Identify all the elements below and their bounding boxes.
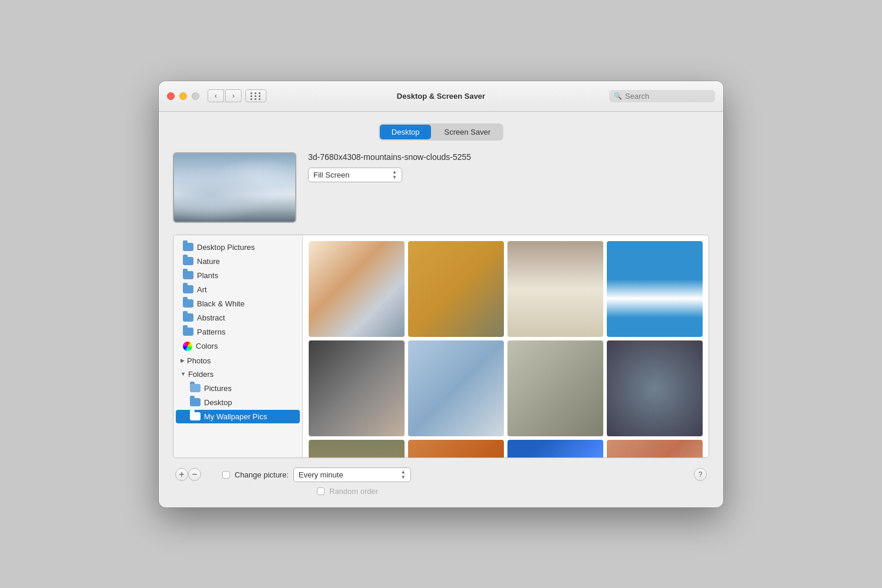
folder-icon — [183, 243, 193, 251]
fill-screen-select[interactable]: Fill Screen ▲ ▼ — [308, 168, 402, 182]
sidebar-item-colors[interactable]: Colors — [176, 339, 300, 353]
main-panel: Desktop Pictures Nature Plants Art Black… — [173, 235, 709, 458]
back-button[interactable]: ‹ — [208, 89, 224, 102]
folder-icon — [183, 313, 193, 322]
sidebar-item-my-wallpaper-pics[interactable]: My Wallpaper Pics — [176, 410, 300, 423]
wallpaper-preview — [173, 152, 296, 223]
fill-screen-value: Fill Screen — [313, 171, 349, 179]
photo-item-6[interactable] — [408, 340, 504, 436]
fill-screen-arrows: ▲ ▼ — [392, 170, 397, 180]
change-interval-value: Every minute — [299, 470, 343, 479]
photo-item-4[interactable] — [607, 241, 703, 337]
traffic-lights — [167, 92, 199, 100]
wallpaper-name: 3d-7680x4308-mountains-snow-clouds-5255 — [308, 152, 709, 162]
sidebar-label-pictures: Pictures — [204, 384, 232, 393]
forward-button[interactable]: › — [225, 89, 242, 102]
change-picture-row: Change picture: Every minute ▲ ▼ — [222, 467, 411, 482]
interval-arrow-down: ▼ — [401, 475, 406, 480]
photo-item-7[interactable] — [507, 340, 603, 436]
sidebar-item-desktop-folder[interactable]: Desktop — [176, 396, 300, 409]
interval-arrows: ▲ ▼ — [401, 470, 406, 480]
photo-item-10[interactable] — [408, 440, 504, 457]
sidebar-label-my-wallpaper-pics: My Wallpaper Pics — [204, 412, 267, 421]
window-title: Desktop & Screen Saver — [397, 92, 485, 101]
photos-label: Photos — [187, 356, 211, 365]
sidebar-item-black-white[interactable]: Black & White — [176, 297, 300, 310]
sidebar-label-plants: Plants — [197, 271, 218, 280]
search-bar[interactable]: 🔍 — [609, 90, 715, 102]
photo-item-8[interactable] — [607, 340, 703, 436]
sidebar-item-plants[interactable]: Plants — [176, 269, 300, 282]
nav-buttons: ‹ › — [208, 89, 242, 102]
random-order-label: Random order — [329, 487, 378, 496]
photo-item-12[interactable] — [607, 440, 703, 457]
arrow-down: ▼ — [392, 175, 397, 180]
main-window: ‹ › Desktop & Screen Saver 🔍 Desktop Scr… — [159, 81, 723, 507]
change-picture-checkbox[interactable] — [222, 471, 230, 479]
folder-icon — [183, 299, 193, 308]
interval-arrow-up: ▲ — [401, 470, 406, 475]
add-remove-group: + − — [175, 468, 201, 481]
preview-info: 3d-7680x4308-mountains-snow-clouds-5255 … — [308, 152, 709, 182]
sidebar-label-patterns: Patterns — [197, 328, 225, 336]
arrow-up: ▲ — [392, 170, 397, 175]
folder-icon — [190, 398, 201, 406]
sidebar-item-patterns[interactable]: Patterns — [176, 325, 300, 339]
tab-desktop[interactable]: Desktop — [380, 125, 432, 139]
photo-item-1[interactable] — [309, 241, 405, 337]
folders-section[interactable]: ▼ Folders — [173, 368, 302, 381]
bottom-bar: + − Change picture: Every minute ▲ ▼ ? — [173, 467, 709, 496]
sidebar-label-nature: Nature — [197, 257, 220, 266]
photo-item-9[interactable] — [309, 440, 405, 457]
photo-item-3[interactable] — [507, 241, 603, 337]
random-order-checkbox[interactable] — [317, 487, 325, 495]
change-picture-label: Change picture: — [235, 470, 289, 479]
sidebar-label-colors: Colors — [196, 342, 218, 350]
sidebar-item-abstract[interactable]: Abstract — [176, 311, 300, 325]
colors-icon — [183, 342, 192, 351]
sidebar-item-nature[interactable]: Nature — [176, 255, 300, 268]
sidebar-item-pictures[interactable]: Pictures — [176, 382, 300, 395]
folder-icon — [183, 285, 193, 293]
photo-grid — [309, 241, 703, 457]
help-button[interactable]: ? — [694, 468, 707, 481]
sidebar-label-art: Art — [197, 285, 207, 294]
preview-section: 3d-7680x4308-mountains-snow-clouds-5255 … — [173, 152, 709, 223]
tab-group: Desktop Screen Saver — [379, 123, 503, 141]
sidebar-item-art[interactable]: Art — [176, 283, 300, 296]
add-button[interactable]: + — [175, 468, 188, 481]
maximize-button[interactable] — [192, 92, 199, 100]
content-area: Desktop Screen Saver 3d-7680x4308-mounta… — [159, 112, 723, 507]
search-input[interactable] — [625, 92, 710, 101]
sidebar-label-abstract: Abstract — [197, 313, 225, 322]
tab-screen-saver[interactable]: Screen Saver — [432, 125, 502, 139]
sidebar: Desktop Pictures Nature Plants Art Black… — [173, 235, 303, 457]
sidebar-label-black-white: Black & White — [197, 299, 245, 308]
photos-section[interactable]: ▶ Photos — [173, 354, 302, 368]
folder-icon — [183, 257, 193, 265]
folder-icon — [190, 412, 201, 420]
photo-item-5[interactable] — [309, 340, 405, 436]
folders-label: Folders — [188, 370, 213, 379]
sidebar-label-desktop-pictures: Desktop Pictures — [197, 243, 255, 252]
titlebar: ‹ › Desktop & Screen Saver 🔍 — [159, 81, 723, 112]
remove-button[interactable]: − — [188, 468, 201, 481]
change-interval-select[interactable]: Every minute ▲ ▼ — [293, 467, 411, 482]
random-order-row: Random order — [317, 487, 709, 496]
chevron-down-icon: ▼ — [181, 371, 186, 377]
close-button[interactable] — [167, 92, 175, 100]
photo-item-11[interactable] — [507, 440, 603, 457]
photo-grid-panel — [303, 235, 709, 457]
view-grid-button[interactable] — [245, 89, 266, 102]
tabs: Desktop Screen Saver — [173, 123, 709, 141]
folder-icon — [190, 384, 201, 392]
chevron-right-icon: ▶ — [181, 358, 185, 363]
folder-icon — [183, 328, 193, 336]
photo-item-2[interactable] — [408, 241, 504, 337]
minimize-button[interactable] — [179, 92, 187, 100]
bottom-controls: + − Change picture: Every minute ▲ ▼ ? — [173, 467, 709, 482]
sidebar-item-desktop-pictures[interactable]: Desktop Pictures — [176, 240, 300, 254]
wallpaper-preview-inner — [174, 153, 295, 222]
search-icon: 🔍 — [614, 92, 622, 100]
sidebar-label-desktop-folder: Desktop — [204, 398, 232, 407]
